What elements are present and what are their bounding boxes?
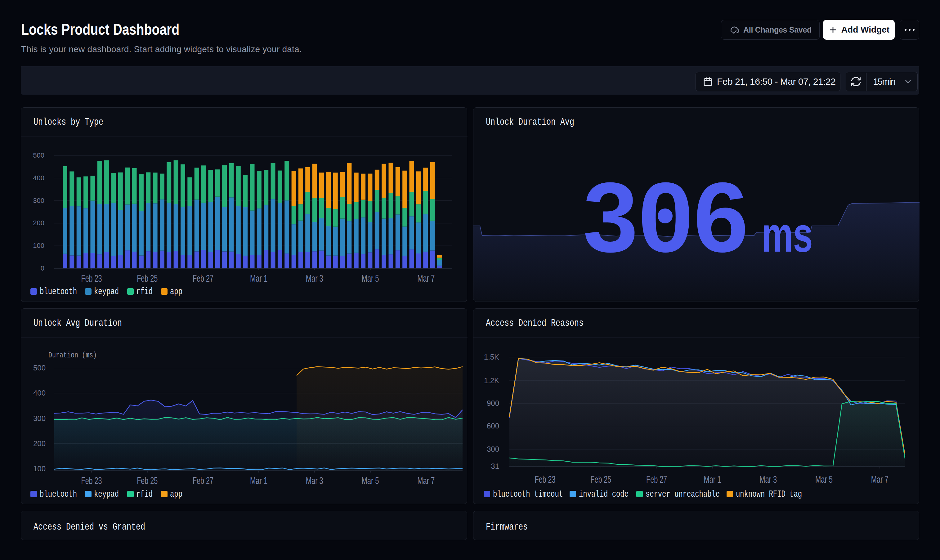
svg-text:Feb 27: Feb 27 bbox=[646, 474, 667, 485]
svg-text:Mar 5: Mar 5 bbox=[362, 475, 379, 486]
svg-text:Feb 25: Feb 25 bbox=[590, 474, 611, 485]
svg-text:900: 900 bbox=[487, 399, 499, 407]
svg-text:Unlock Duration Avg: Unlock Duration Avg bbox=[486, 116, 574, 128]
svg-text:Unlocks by Type: Unlocks by Type bbox=[34, 116, 103, 128]
svg-text:0: 0 bbox=[41, 264, 45, 272]
svg-text:rfid: rfid bbox=[136, 489, 152, 500]
svg-text:app: app bbox=[170, 489, 182, 500]
svg-text:400: 400 bbox=[33, 389, 46, 397]
svg-text:Mar 1: Mar 1 bbox=[250, 273, 268, 284]
svg-text:Mar 5: Mar 5 bbox=[815, 474, 833, 485]
svg-text:keypad: keypad bbox=[94, 286, 119, 297]
svg-text:invalid code: invalid code bbox=[579, 489, 629, 500]
svg-text:Mar 5: Mar 5 bbox=[362, 273, 379, 284]
svg-text:Feb 23: Feb 23 bbox=[535, 474, 555, 485]
svg-text:1.5K: 1.5K bbox=[484, 353, 499, 361]
svg-text:Feb 25: Feb 25 bbox=[137, 475, 158, 486]
svg-text:31: 31 bbox=[491, 462, 499, 470]
svg-text:Mar 7: Mar 7 bbox=[871, 474, 889, 485]
svg-text:300: 300 bbox=[33, 197, 45, 205]
svg-text:Mar 7: Mar 7 bbox=[417, 273, 435, 284]
svg-text:Feb 27: Feb 27 bbox=[193, 475, 214, 486]
svg-text:400: 400 bbox=[33, 174, 45, 182]
svg-text:200: 200 bbox=[33, 439, 46, 448]
svg-text:Feb 23: Feb 23 bbox=[81, 273, 102, 284]
svg-text:1.2K: 1.2K bbox=[484, 376, 499, 385]
svg-text:Access Denied vs Granted: Access Denied vs Granted bbox=[34, 521, 145, 533]
svg-text:bluetooth: bluetooth bbox=[40, 489, 77, 500]
svg-text:Feb 25: Feb 25 bbox=[137, 273, 158, 284]
svg-text:Mar 3: Mar 3 bbox=[306, 273, 323, 284]
svg-text:server unreachable: server unreachable bbox=[646, 489, 720, 500]
svg-text:keypad: keypad bbox=[94, 489, 119, 500]
svg-text:Mar 3: Mar 3 bbox=[306, 475, 323, 486]
svg-text:300: 300 bbox=[33, 414, 46, 423]
svg-text:rfid: rfid bbox=[136, 286, 152, 297]
svg-text:bluetooth: bluetooth bbox=[40, 286, 77, 297]
svg-text:Feb 23: Feb 23 bbox=[81, 475, 102, 486]
svg-text:500: 500 bbox=[33, 364, 46, 372]
svg-text:Mar 3: Mar 3 bbox=[760, 474, 777, 485]
svg-text:ms: ms bbox=[762, 207, 813, 262]
svg-text:500: 500 bbox=[33, 151, 45, 159]
svg-text:Mar 1: Mar 1 bbox=[704, 474, 721, 485]
svg-text:300: 300 bbox=[487, 445, 499, 453]
svg-text:Access Denied Reasons: Access Denied Reasons bbox=[486, 317, 583, 329]
svg-text:600: 600 bbox=[487, 422, 499, 430]
svg-text:100: 100 bbox=[33, 465, 46, 473]
svg-text:Unlock Avg Duration: Unlock Avg Duration bbox=[34, 317, 122, 329]
svg-text:bluetooth timeout: bluetooth timeout bbox=[493, 489, 563, 500]
svg-text:Duration (ms): Duration (ms) bbox=[48, 351, 97, 360]
svg-text:Feb 27: Feb 27 bbox=[193, 273, 214, 284]
svg-text:200: 200 bbox=[33, 219, 45, 227]
svg-text:100: 100 bbox=[33, 242, 45, 249]
svg-text:Mar 7: Mar 7 bbox=[417, 475, 435, 486]
svg-text:Mar 1: Mar 1 bbox=[250, 475, 268, 486]
svg-text:app: app bbox=[170, 286, 182, 297]
svg-text:unknown RFID tag: unknown RFID tag bbox=[736, 489, 802, 500]
svg-text:Firmwares: Firmwares bbox=[486, 521, 528, 533]
